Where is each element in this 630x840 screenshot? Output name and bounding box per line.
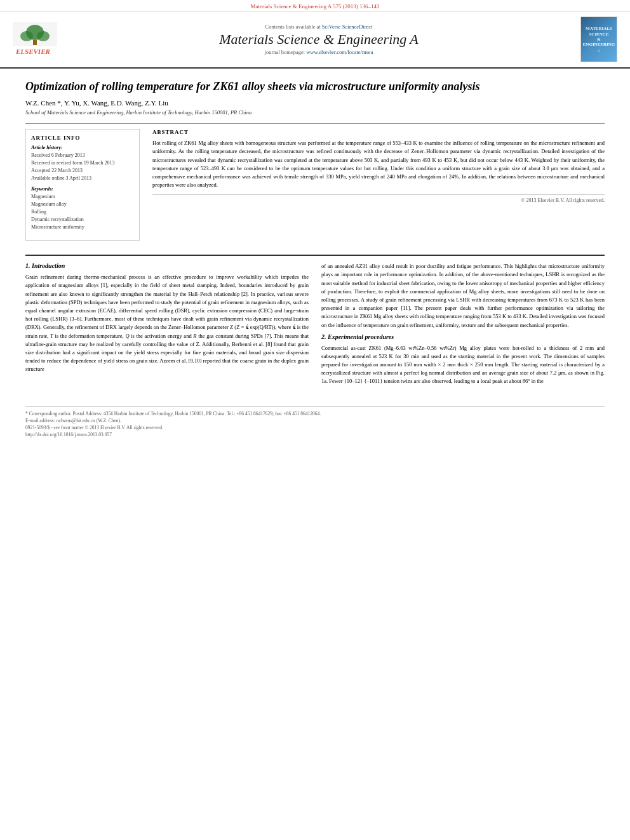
top-bar: Materials Science & Engineering A 575 (2…: [0, 0, 630, 11]
journal-title: Materials Science & Engineering A: [70, 31, 568, 48]
footer-doi: http://dx.doi.org/10.1016/j.msea.2013.03…: [25, 432, 605, 437]
section1-paragraph-right: of an annealed AZ31 alloy could result i…: [321, 262, 605, 329]
online-date: Available online 3 April 2013: [31, 175, 134, 182]
abstract-column: ABSTRACT Hot rolling of ZK61 Mg alloy sh…: [152, 129, 605, 247]
body-left-column: 1. Introduction Grain refinement during …: [25, 262, 309, 389]
keyword-magnesium: Magnesium: [31, 193, 134, 201]
keywords-section: Keywords: Magnesium Magnesium alloy Roll…: [31, 186, 134, 231]
article-title: Optimization of rolling temperature for …: [25, 79, 605, 94]
body-section: 1. Introduction Grain refinement during …: [25, 255, 605, 389]
history-heading: Article history:: [31, 145, 134, 150]
keyword-uniformity: Microstructure uniformity: [31, 223, 134, 231]
journal-center: Contents lists available at SciVerse Sci…: [70, 23, 568, 55]
elsevier-logo: ELSEVIER: [13, 22, 57, 57]
journal-reference: Materials Science & Engineering A 575 (2…: [250, 3, 379, 10]
copyright-line: © 2013 Elsevier B.V. All rights reserved…: [152, 194, 605, 203]
body-right-column: of an annealed AZ31 alloy could result i…: [321, 262, 605, 389]
article-history-section: Article history: Received 6 February 201…: [31, 145, 134, 182]
article-info-column: ARTICLE INFO Article history: Received 6…: [25, 129, 140, 247]
svg-point-2: [20, 31, 33, 41]
accepted-date: Accepted 22 March 2013: [31, 167, 134, 175]
info-abstract-section: ARTICLE INFO Article history: Received 6…: [25, 123, 605, 247]
keyword-magnesium-alloy: Magnesium alloy: [31, 201, 134, 208]
journal-homepage: journal homepage: www.elsevier.com/locat…: [70, 49, 568, 55]
footer-issn: 0921-5093/$ - see front matter © 2013 El…: [25, 425, 605, 430]
section2-paragraph1: Commercial as-cast ZK61 (Mg–6.63 wt%Zn–0…: [321, 344, 605, 386]
footer-note-corresponding: * Corresponding author. Postal Address: …: [25, 411, 605, 417]
section2-title: 2. Experimental procedures: [321, 333, 605, 340]
svg-rect-4: [33, 40, 37, 45]
journal-header: ELSEVIER Contents lists available at Sci…: [0, 11, 630, 69]
abstract-text: Hot rolling of ZK61 Mg alloy sheets with…: [152, 139, 605, 189]
revised-date: Received in revised form 19 March 2013: [31, 159, 134, 167]
authors-line: W.Z. Chen *, Y. Yu, X. Wang, E.D. Wang, …: [25, 99, 605, 107]
page-footer: * Corresponding author. Postal Address: …: [25, 406, 605, 443]
elsevier-logo-svg: ELSEVIER: [13, 22, 57, 57]
abstract-heading: ABSTRACT: [152, 129, 605, 135]
keywords-heading: Keywords:: [31, 186, 134, 192]
article-info-box: ARTICLE INFO Article history: Received 6…: [25, 129, 140, 241]
affiliation-line: School of Materials Science and Engineer…: [25, 109, 605, 116]
svg-text:ELSEVIER: ELSEVIER: [15, 48, 50, 55]
journal-url[interactable]: www.elsevier.com/locate/msea: [306, 49, 373, 55]
article-info-heading: ARTICLE INFO: [31, 135, 134, 141]
svg-point-3: [37, 31, 50, 41]
contents-line: Contents lists available at SciVerse Sci…: [70, 23, 568, 30]
sciverse-link[interactable]: SciVerse ScienceDirect: [322, 23, 373, 30]
journal-right-logo: MATERIALSSCIENCE&ENGINEERING A: [580, 17, 617, 62]
footer-note-email: E-mail address: nclwens@hit.edu.cn (W.Z.…: [25, 418, 605, 423]
section1-paragraph1: Grain refinement during thermo-mechanica…: [25, 273, 309, 373]
section1-title: 1. Introduction: [25, 262, 309, 269]
main-content: Optimization of rolling temperature for …: [0, 69, 630, 400]
keyword-drx: Dynamic recrystallization: [31, 216, 134, 223]
abstract-section: ABSTRACT Hot rolling of ZK61 Mg alloy sh…: [152, 129, 605, 203]
received-date: Received 6 February 2013: [31, 152, 134, 159]
mse-logo-title: MATERIALSSCIENCE&ENGINEERING: [583, 26, 615, 48]
mse-logo-sub: A: [598, 49, 600, 53]
keyword-rolling: Rolling: [31, 208, 134, 216]
